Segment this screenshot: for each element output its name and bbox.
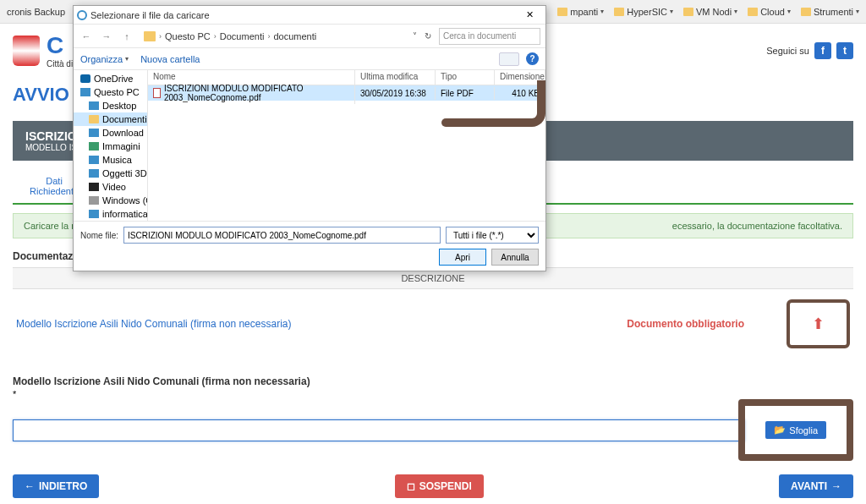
tree-item[interactable]: Immagini <box>74 140 147 153</box>
refresh-icon[interactable]: ↻ <box>422 31 434 41</box>
browse-button[interactable]: 📂 Sfoglia <box>765 421 826 439</box>
chevron-down-icon: ▾ <box>670 8 673 15</box>
tree-item[interactable]: Oggetti 3D <box>74 167 147 180</box>
folder-open-icon: 📂 <box>774 425 786 436</box>
breadcrumb-item[interactable]: Documenti <box>220 31 265 41</box>
nav-up-button[interactable]: ↑ <box>119 29 134 44</box>
file-type: File PDF <box>436 87 495 100</box>
bookmark-icon: ◻ <box>407 480 415 492</box>
chevron-down-icon: ▾ <box>856 8 859 15</box>
file-path-input[interactable] <box>13 419 745 441</box>
column-dimensione[interactable]: Dimensione <box>495 70 545 85</box>
breadcrumb-item[interactable]: documenti <box>273 31 316 41</box>
tree-item-label: Musica <box>102 155 132 165</box>
open-button[interactable]: Apri <box>439 249 486 266</box>
upload-icon: ⬆ <box>812 315 825 333</box>
dialog-address-bar: ← → ↑ › Questo PC › Documenti › document… <box>74 25 545 48</box>
bookmark-item[interactable]: cronis Backup <box>7 7 65 17</box>
chevron-right-icon: › <box>214 32 216 41</box>
nav-forward-button[interactable]: → <box>99 29 114 44</box>
browse-callout: 📂 Sfoglia <box>738 399 853 461</box>
tree-item[interactable]: Documenti <box>74 112 147 126</box>
twitter-button[interactable]: t <box>836 42 853 59</box>
chevron-right-icon: › <box>159 32 162 41</box>
file-open-dialog: Selezionare il file da caricare ✕ ← → ↑ … <box>73 5 546 271</box>
search-input[interactable]: Cerca in documenti <box>439 28 540 45</box>
city-crest-logo <box>13 36 40 66</box>
file-date: 30/05/2019 16:38 <box>355 87 436 100</box>
pc-icon <box>80 88 90 96</box>
document-required-badge: Documento obbligatorio <box>627 318 744 330</box>
tree-item[interactable]: Questo PC <box>74 85 147 99</box>
filename-input[interactable] <box>123 227 441 244</box>
chevron-down-icon: ▾ <box>125 55 129 63</box>
dialog-titlebar: Selezionare il file da caricare ✕ <box>74 6 545 25</box>
dialog-title: Selezionare il file da caricare <box>90 10 210 20</box>
next-button[interactable]: AVANTI → <box>779 474 853 498</box>
tree-item-label: Oggetti 3D <box>102 168 147 178</box>
folder-icon <box>748 8 758 16</box>
tree-item[interactable]: OneDrive <box>74 72 147 85</box>
column-tipo[interactable]: Tipo <box>436 70 495 85</box>
chevron-down-icon: ▾ <box>787 8 791 15</box>
bookmark-folder[interactable]: Strumenti▾ <box>801 7 859 17</box>
back-button[interactable]: ← INDIETRO <box>13 474 99 498</box>
cancel-button[interactable]: Annulla <box>491 249 539 266</box>
dialog-toolbar: Organizza ▾ Nuova cartella ? <box>74 48 545 70</box>
3d-icon <box>89 169 99 178</box>
facebook-button[interactable]: f <box>814 42 831 59</box>
upload-icon-callout[interactable]: ⬆ <box>787 299 850 348</box>
folder-icon <box>557 8 567 16</box>
file-name: ISCRIZIONI MODULO MODIFICATO 2003_NomeCo… <box>164 84 349 102</box>
help-button[interactable]: ? <box>526 52 539 65</box>
suspend-button[interactable]: ◻ SOSPENDI <box>395 474 484 498</box>
folder-icon <box>89 115 99 123</box>
chevron-down-icon[interactable]: ˅ <box>410 31 419 41</box>
bookmark-folder[interactable]: mpanti▾ <box>557 7 604 17</box>
folder-icon <box>683 8 693 16</box>
tree-item[interactable]: Download <box>74 126 147 140</box>
pdf-icon <box>153 88 161 98</box>
close-button[interactable]: ✕ <box>517 8 542 23</box>
nav-back-button[interactable]: ← <box>79 29 94 44</box>
tree-item[interactable]: Windows (C:) <box>74 194 147 207</box>
folder-icon <box>801 8 811 16</box>
music-icon <box>89 156 99 164</box>
tree-item-label: Download <box>102 128 144 138</box>
field-label: Modello Iscrizione Asili Nido Comunali (… <box>13 375 853 387</box>
arrow-right-icon: → <box>831 480 841 492</box>
onedrive-icon <box>80 74 90 83</box>
chevron-right-icon: › <box>267 32 270 41</box>
chevron-down-icon: ▾ <box>734 8 737 15</box>
navigation-tree[interactable]: OneDriveQuesto PCDesktopDocumentiDownloa… <box>74 70 148 221</box>
net-icon <box>89 210 99 218</box>
tree-item[interactable]: Video <box>74 180 147 194</box>
tree-item-label: Desktop <box>102 101 136 111</box>
download-icon <box>89 129 99 137</box>
bookmark-folder[interactable]: VM Nodi▾ <box>683 7 737 17</box>
bookmark-folder[interactable]: Cloud▾ <box>748 7 791 17</box>
tree-item-label: Windows (C:) <box>102 195 148 205</box>
dialog-footer: Nome file: Tutti i file (*.*) Apri Annul… <box>74 221 545 271</box>
tree-item-label: OneDrive <box>94 74 133 84</box>
organize-menu[interactable]: Organizza ▾ <box>80 54 129 64</box>
file-type-filter[interactable]: Tutti i file (*.*) <box>446 227 539 244</box>
tree-item[interactable]: Desktop <box>74 99 147 112</box>
tree-item[interactable]: informatica (\\sr <box>74 207 147 221</box>
follow-label: Seguici su <box>766 46 809 56</box>
tree-item-label: Immagini <box>102 141 140 151</box>
new-folder-button[interactable]: Nuova cartella <box>140 54 200 64</box>
tree-item[interactable]: Musica <box>74 153 147 167</box>
video-icon <box>89 183 99 191</box>
view-options-button[interactable] <box>499 52 519 66</box>
bookmark-folder[interactable]: HyperSIC▾ <box>614 7 673 17</box>
file-row[interactable]: ISCRIZIONI MODULO MODIFICATO 2003_NomeCo… <box>148 85 545 101</box>
breadcrumb-item[interactable]: Questo PC <box>165 31 211 41</box>
document-name: Modello Iscrizione Asili Nido Comunali (… <box>16 318 627 330</box>
tree-item-label: Questo PC <box>94 87 140 97</box>
desktop-icon <box>89 101 99 110</box>
required-asterisk: * <box>13 389 853 399</box>
file-size: 410 KB <box>495 87 545 100</box>
breadcrumb[interactable]: › Questo PC › Documenti › documenti <box>140 29 405 44</box>
column-modifica[interactable]: Ultima modifica <box>355 70 436 85</box>
